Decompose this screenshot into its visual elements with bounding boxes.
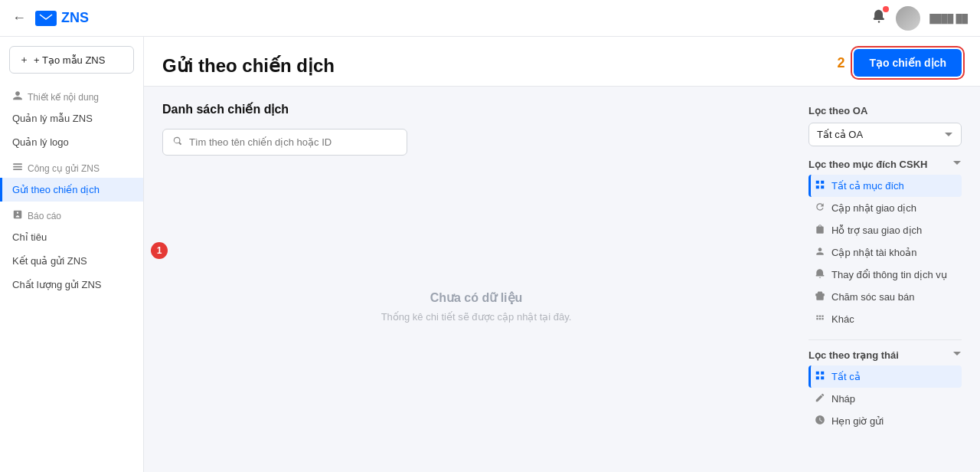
tool-icon — [12, 162, 23, 175]
refresh-icon — [815, 202, 825, 215]
mail-icon — [39, 13, 53, 24]
content-area: Danh sách chiến dịch Chưa có dữ liệu Thố… — [162, 102, 790, 457]
grid-icon — [815, 179, 825, 192]
bell-badge — [883, 6, 889, 12]
create-template-button[interactable]: ＋ + Tạo mẫu ZNS — [9, 46, 134, 74]
section-tools-label: Công cụ gửi ZNS — [28, 163, 100, 174]
bell-purpose-icon — [815, 268, 825, 281]
empty-title: Chưa có dữ liệu — [430, 290, 523, 305]
back-button[interactable]: ← — [12, 10, 26, 26]
create-template-label: + Tạo mẫu ZNS — [34, 54, 105, 66]
chevron-up-status-icon — [952, 349, 962, 361]
avatar[interactable] — [896, 6, 920, 31]
filter-status-label[interactable]: Lọc theo trạng thái — [808, 349, 962, 361]
filter-purpose-khac[interactable]: Khác — [808, 308, 962, 330]
grid-status-icon — [815, 370, 825, 383]
topnav: ← ZNS ████ ██ — [0, 0, 980, 37]
user-info: ████ ██ — [929, 14, 968, 23]
gift-icon — [815, 290, 825, 303]
person-update-icon — [815, 246, 825, 259]
section-title: Danh sách chiến dịch — [162, 102, 790, 116]
filter-purpose-all[interactable]: Tất cả mục đích — [808, 175, 962, 197]
filter-status-nhap[interactable]: Nháp — [808, 388, 962, 410]
section-tools: Công cụ gửi ZNS — [0, 154, 143, 178]
sidebar-item-chat-luong-gui-zns[interactable]: Chất lượng gửi ZNS — [0, 273, 143, 297]
svg-point-1 — [878, 21, 880, 23]
chevron-up-icon — [952, 159, 962, 170]
page-title: Gửi theo chiến dịch — [162, 55, 335, 86]
clock-icon — [815, 415, 825, 428]
notification-bell[interactable] — [871, 8, 887, 28]
annotation-1: 1 — [151, 242, 168, 259]
filter-purpose-cap-nhat-tk[interactable]: Cập nhật tài khoản — [808, 241, 962, 264]
report-icon — [12, 209, 23, 222]
filter-purpose-ho-tro[interactable]: Hỗ trợ sau giao dịch — [808, 219, 962, 241]
filter-purpose-thay-doi-dich-vu[interactable]: Thay đổi thông tin dịch vụ — [808, 264, 962, 286]
sidebar-item-quan-ly-mau-zns[interactable]: Quản lý mẫu ZNS — [0, 107, 143, 130]
sidebar-item-ket-qua-gui-zns[interactable]: Kết quả gửi ZNS — [0, 249, 143, 273]
filter-divider — [808, 339, 962, 340]
person-icon — [12, 90, 23, 103]
empty-state: Chưa có dữ liệu Thống kê chi tiết sẽ đượ… — [162, 168, 790, 444]
main-content: Gửi theo chiến dịch 2 Tạo chiến dịch Dan… — [144, 37, 980, 472]
sidebar-item-quan-ly-logo[interactable]: Quản lý logo — [0, 130, 143, 154]
edit-icon — [815, 392, 825, 405]
step-2-annotation: 2 — [837, 55, 844, 71]
filter-status-hen-gio[interactable]: Hẹn giờ gửi — [808, 410, 962, 432]
create-campaign-button[interactable]: Tạo chiến dịch — [854, 49, 962, 77]
sidebar-item-gui-theo-chien-dich[interactable]: Gửi theo chiến dịch — [0, 178, 143, 202]
main-header: Gửi theo chiến dịch 2 Tạo chiến dịch — [144, 37, 980, 87]
svg-rect-3 — [13, 166, 22, 168]
plus-icon: ＋ — [19, 53, 29, 67]
sidebar: ＋ + Tạo mẫu ZNS Thiết kế nội dung Quản l… — [0, 37, 144, 472]
section-design-label: Thiết kế nội dung — [28, 92, 99, 103]
section-design: Thiết kế nội dung — [0, 83, 143, 107]
filter-purpose-cap-nhat-gd[interactable]: Cập nhật giao dịch — [808, 197, 962, 219]
section-report-label: Báo cáo — [28, 211, 61, 221]
search-box[interactable] — [162, 129, 407, 156]
svg-rect-0 — [39, 13, 53, 24]
filter-oa-select[interactable]: Tất cả OA — [808, 123, 962, 146]
svg-rect-2 — [13, 163, 22, 165]
logo: ZNS — [35, 10, 89, 26]
section-report: Báo cáo — [0, 202, 143, 225]
search-input[interactable] — [189, 136, 397, 148]
filter-panel: Lọc theo OA Tất cả OA Lọc theo mục đích … — [808, 102, 962, 457]
header-actions: 2 Tạo chiến dịch — [837, 49, 962, 86]
filter-status-all[interactable]: Tất cả — [808, 365, 962, 388]
empty-subtitle: Thống kê chi tiết sẽ được cập nhật tại đ… — [381, 311, 572, 323]
main-body: Danh sách chiến dịch Chưa có dữ liệu Thố… — [144, 87, 980, 472]
logo-icon — [35, 11, 57, 26]
search-icon — [172, 136, 183, 149]
filter-oa-label: Lọc theo OA — [808, 105, 962, 116]
filter-purpose-cham-soc[interactable]: Chăm sóc sau bán — [808, 286, 962, 308]
logo-text: ZNS — [61, 10, 89, 26]
sidebar-item-chi-tieu[interactable]: Chỉ tiêu — [0, 225, 143, 249]
bag-icon — [815, 224, 825, 237]
apps-icon — [815, 313, 825, 326]
filter-purpose-label[interactable]: Lọc theo mục đích CSKH — [808, 159, 962, 170]
svg-rect-4 — [13, 169, 22, 170]
